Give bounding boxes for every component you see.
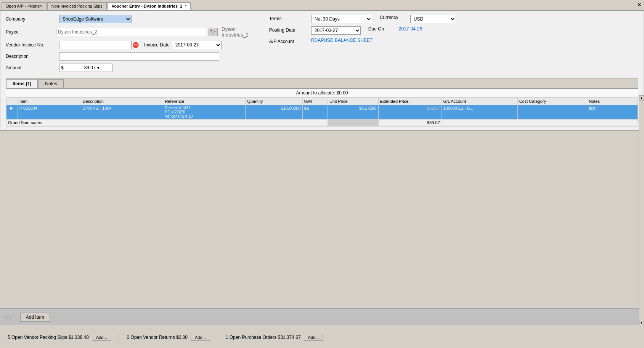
vendor-packing-slips-add-button[interactable]: Add... — [92, 334, 111, 341]
col-header-um: U/M — [302, 98, 328, 105]
vendor-returns-add-button[interactable]: Add... — [191, 334, 210, 341]
posting-date-select[interactable]: 2017-03-27 — [311, 26, 361, 35]
ap-account-link[interactable]: RDAPUSD BALANCE SHEET — [311, 38, 373, 43]
purchase-orders-add-button[interactable]: Add... — [304, 334, 323, 341]
col-header-arrow — [6, 98, 18, 105]
main-content: Company ShopEdge Software Payee 🔭 Dyson … — [0, 11, 644, 131]
grand-summaries-end — [442, 120, 638, 126]
payee-label: Payee — [6, 29, 56, 35]
tab-non-invoiced-label: Non-Invoiced Packing Slips — [51, 4, 103, 8]
currency-select[interactable]: USD — [410, 15, 456, 23]
row-arrow-cell: ▶ — [6, 105, 18, 120]
terms-currency-row: Terms Net 30 Days Currency USD — [269, 15, 638, 23]
grand-total-value: $89.07 — [378, 120, 442, 126]
vendor-invoice-label: Vendor Invoice No. — [6, 42, 59, 48]
cell-extended-price: $89.07 — [378, 105, 442, 120]
scroll-track — [639, 101, 644, 320]
cell-notes: test — [587, 105, 638, 120]
scroll-up-button[interactable]: ▲ — [639, 95, 644, 101]
bottom-toolbar: Add ... Add Item — [0, 308, 644, 325]
grand-summaries-label: Grand Summaries — [6, 120, 81, 126]
grand-total-spacer — [328, 120, 378, 126]
tab-notes-label: Notes — [45, 81, 57, 86]
table-row[interactable]: ▶ P 001004 SPRING _1004 Receipt # 1473 P… — [6, 105, 638, 120]
cell-unit-price: $0.17296 — [328, 105, 378, 120]
allocate-bar: Amount to allocate: $0.00 — [6, 89, 638, 97]
cell-quantity: 515.00000 — [246, 105, 302, 120]
tab-open-ap-label: Open A/P - <None> — [6, 4, 42, 8]
tab-notes[interactable]: Notes — [39, 79, 63, 88]
invoice-date-select[interactable]: 2017-03-27 — [172, 41, 222, 49]
form-left-column: Company ShopEdge Software Payee 🔭 Dyson … — [6, 15, 262, 75]
tab-items[interactable]: Items (1) — [6, 79, 38, 88]
cell-item: P 001004 — [18, 105, 81, 120]
col-header-extended-price: Extended Price — [378, 98, 442, 105]
col-header-description: Description — [81, 98, 163, 105]
status-separator-2 — [218, 332, 218, 343]
invoice-date-label: Invoice Date — [144, 42, 170, 48]
description-row: Description — [6, 52, 262, 61]
vendor-invoice-input[interactable] — [59, 41, 132, 49]
tab-non-invoiced[interactable]: Non-Invoiced Packing Slips — [47, 2, 107, 10]
items-table: Item Description Reference Quantity U/M … — [6, 97, 638, 126]
amount-dropdown-icon[interactable]: ▼ — [96, 66, 100, 70]
vendor-returns-item: 0 Open Vendor Returns $0.00 Add... — [127, 334, 210, 341]
cell-gl-account: 1000-0011 - B... — [442, 105, 517, 120]
items-tabs-section: Items (1) Notes Amount to allocate: $0.0… — [6, 78, 638, 126]
table-header-row: Item Description Reference Quantity U/M … — [6, 98, 638, 105]
grand-summaries-spacer — [81, 120, 328, 126]
tab-bar: Open A/P - <None> Non-Invoiced Packing S… — [0, 0, 644, 11]
tab-voucher-entry[interactable]: Voucher Entry - Dyson Industries_2 * — [108, 2, 191, 10]
inner-tab-bar: Items (1) Notes — [6, 78, 638, 89]
payee-lookup-button[interactable]: 🔭 — [208, 28, 218, 36]
amount-symbol: $ — [61, 65, 64, 70]
company-select[interactable]: ShopEdge Software — [59, 15, 132, 23]
col-header-cost-category: Cost Category — [517, 98, 587, 105]
col-header-notes: Notes — [587, 98, 638, 105]
status-separator-1 — [119, 332, 119, 343]
ap-account-label: A/P Account — [269, 38, 311, 44]
terms-select[interactable]: Net 30 Days — [311, 15, 372, 23]
purchase-orders-item: 1 Open Purchase Orders $31,374.67 Add... — [226, 334, 323, 341]
tab-close-icon[interactable]: * — [185, 4, 186, 8]
col-header-quantity: Quantity — [246, 98, 302, 105]
tab-open-ap[interactable]: Open A/P - <None> — [2, 2, 47, 10]
posting-date-label: Posting Date — [269, 26, 311, 33]
window-close-button[interactable]: × — [638, 2, 641, 8]
allocate-text: Amount to allocate: $0.00 — [296, 90, 348, 96]
grand-summaries-row: Grand Summaries $89.07 — [6, 120, 638, 126]
col-header-unit-price: Unit Price — [328, 98, 378, 105]
vendor-returns-text: 0 Open Vendor Returns $0.00 — [127, 335, 188, 340]
payee-display-name: Dyson Industries_2 — [222, 26, 262, 38]
amount-row: Amount $ ▼ — [6, 64, 262, 72]
payee-input[interactable] — [56, 28, 207, 36]
vendor-invoice-error-icon: ⛔ — [132, 42, 139, 48]
due-on-value: 2017-04-26 — [399, 26, 422, 32]
form-section: Company ShopEdge Software Payee 🔭 Dyson … — [6, 15, 638, 75]
col-header-gl-account: G/L Account — [442, 98, 517, 105]
vendor-invoice-row: Vendor Invoice No. ⛔ Invoice Date 2017-0… — [6, 41, 262, 49]
add-item-button[interactable]: Add Item — [20, 313, 50, 322]
status-bar: 5 Open Vendor Packing Slips $1,338.48 Ad… — [0, 326, 644, 348]
cell-um: ea — [302, 105, 328, 120]
col-header-reference: Reference — [163, 98, 246, 105]
vendor-packing-slips-item: 5 Open Vendor Packing Slips $1,338.48 Ad… — [8, 334, 111, 341]
amount-label: Amount — [6, 65, 59, 70]
ap-account-row: A/P Account RDAPUSD BALANCE SHEET — [269, 38, 638, 44]
company-row: Company ShopEdge Software — [6, 15, 262, 23]
posting-date-row: Posting Date 2017-03-27 Due On 2017-04-2… — [269, 26, 638, 35]
vendor-packing-slips-text: 5 Open Vendor Packing Slips $1,338.48 — [8, 335, 89, 340]
scroll-down-button[interactable]: ▼ — [639, 320, 644, 325]
description-label: Description — [6, 54, 59, 59]
currency-label: Currency — [380, 15, 410, 20]
due-on-label: Due On — [368, 26, 399, 32]
description-input[interactable] — [59, 52, 219, 61]
payee-row: Payee 🔭 Dyson Industries_2 — [6, 26, 262, 38]
add-text: Add ... — [4, 314, 17, 320]
scroll-indicator: ▲ ▼ — [639, 95, 644, 325]
amount-input[interactable] — [65, 65, 96, 70]
tab-items-label: Items (1) — [13, 81, 31, 86]
form-right-column: Terms Net 30 Days Currency USD Posting D… — [262, 15, 638, 75]
cell-description: SPRING _1004 — [81, 105, 163, 120]
cell-reference: Receipt # 1473 PO # 27670 Vendor P/S # 1… — [163, 105, 246, 120]
